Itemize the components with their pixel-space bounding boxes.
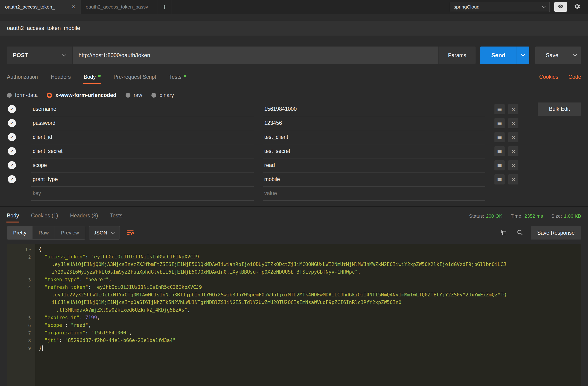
code-line: 2"access_token": "eyJhbGciOiJIUzI1NiIsIn… (7, 253, 581, 261)
tab-authorization[interactable]: Authorization (7, 74, 38, 84)
response-tab-tests[interactable]: Tests (110, 213, 122, 223)
param-enabled-checkbox[interactable]: ✓ (7, 175, 22, 183)
environment-name: springCloud (454, 4, 480, 10)
kv-row: keyvalue (7, 186, 529, 200)
tab-pre-request-script[interactable]: Pre-request Script (114, 74, 156, 84)
drag-handle-icon[interactable]: ≡ (494, 132, 504, 142)
mode-form-data[interactable]: form-data (7, 92, 38, 98)
mode-x-www-form-urlencoded[interactable]: x-www-form-urlencoded (47, 92, 116, 98)
param-key-input[interactable]: username (31, 102, 254, 116)
format-select[interactable]: JSON (89, 226, 120, 240)
row-icons: ≡× (494, 118, 529, 128)
bulk-edit-wrap: Bulk Edit (529, 102, 581, 116)
url-input[interactable]: http://host1:8000/oauth/token (73, 46, 439, 64)
save-options-button[interactable] (569, 46, 581, 64)
drag-handle-icon[interactable]: ≡ (494, 160, 504, 170)
code-link[interactable]: Code (568, 74, 581, 80)
param-key-input[interactable]: scope (31, 158, 254, 173)
param-value-input[interactable]: read (263, 158, 485, 173)
param-value-input[interactable]: value (263, 186, 485, 201)
response-tab-headers[interactable]: Headers (8) (70, 213, 98, 223)
new-tab-button[interactable]: + (158, 0, 171, 14)
param-value-input[interactable]: test_client (263, 130, 485, 144)
radio-icon (126, 93, 130, 98)
line-number: 2 (7, 254, 35, 260)
environment-preview-button[interactable] (554, 2, 567, 12)
drag-handle-icon[interactable]: ≡ (494, 174, 504, 184)
delete-row-icon[interactable]: × (508, 104, 518, 114)
row-icons: ≡× (494, 146, 529, 156)
param-enabled-checkbox[interactable]: ✓ (7, 147, 22, 155)
request-tab-active[interactable]: oauth2_access_token_ × (0, 0, 81, 14)
line-number: 1▾ (7, 247, 35, 252)
code-line: .eyJleHAiOjE1NjQ0MjA3MjcsInVzZXJfbmFtZSI… (7, 261, 581, 268)
tab-label: oauth2_access_token_ (5, 4, 55, 10)
delete-row-icon[interactable]: × (508, 160, 518, 170)
check-icon: ✓ (10, 177, 14, 182)
mode-raw[interactable]: raw (126, 92, 142, 98)
method-select[interactable]: POST (7, 46, 73, 64)
param-key-input[interactable]: grant_type (31, 172, 254, 186)
param-enabled-checkbox[interactable]: ✓ (7, 161, 22, 169)
line-number: 9 (7, 346, 35, 351)
response-panel: Body Cookies (1) Headers (8) Tests Statu… (0, 206, 588, 386)
code-content: } (35, 344, 43, 352)
param-enabled-checkbox[interactable]: ✓ (7, 105, 22, 113)
param-key-input[interactable]: client_secret (31, 144, 254, 159)
params-button[interactable]: Params (439, 46, 476, 64)
response-body-viewer[interactable]: 1▾{2"access_token": "eyJhbGciOiJIUzI1NiI… (7, 244, 581, 386)
checkbox-circle: ✓ (8, 175, 16, 183)
drag-handle-icon[interactable]: ≡ (494, 146, 504, 156)
param-enabled-checkbox[interactable]: ✓ (7, 119, 22, 127)
check-icon: ✓ (10, 121, 14, 126)
request-tab-inactive[interactable]: oauth2_access_token_passv (81, 0, 158, 14)
tab-body[interactable]: Body (84, 74, 101, 84)
cookies-link[interactable]: Cookies (539, 74, 558, 80)
param-key-input[interactable]: password (31, 116, 254, 130)
save-button[interactable]: Save (535, 46, 569, 64)
response-tabs: Body Cookies (1) Headers (8) Tests Statu… (7, 208, 581, 223)
delete-row-icon[interactable]: × (508, 146, 518, 156)
param-enabled-checkbox[interactable]: ✓ (7, 133, 22, 141)
tab-headers[interactable]: Headers (51, 74, 71, 84)
search-icon (516, 229, 523, 237)
postman-window: oauth2_access_token_ × oauth2_access_tok… (0, 0, 588, 386)
fold-toggle-icon[interactable]: ▾ (29, 248, 31, 251)
wrap-lines-button[interactable] (124, 226, 137, 239)
search-button[interactable] (515, 228, 525, 238)
radio-icon (7, 93, 12, 98)
param-key-input[interactable]: key (31, 186, 254, 201)
save-response-button[interactable]: Save Response (531, 226, 581, 240)
url-row: POST http://host1:8000/oauth/token Param… (7, 46, 581, 64)
send-options-button[interactable] (517, 46, 529, 64)
view-mode-raw[interactable]: Raw (32, 226, 55, 239)
param-value-input[interactable]: 123456 (263, 116, 485, 130)
environment-select[interactable]: springCloud (450, 2, 550, 12)
delete-row-icon[interactable]: × (508, 174, 518, 184)
request-name: oauth2_access_token_mobile (7, 25, 80, 31)
response-tab-cookies[interactable]: Cookies (1) (31, 213, 58, 223)
param-value-input[interactable]: mobile (263, 172, 485, 186)
kv-row: ✓username15619841000≡× (7, 102, 529, 116)
code-content: .eyJleHAiOjE1NjQ0MjA3MjcsInVzZXJfbmFtZSI… (35, 261, 506, 268)
kv-row: ✓scoperead≡× (7, 158, 529, 172)
drag-handle-icon[interactable]: ≡ (494, 104, 504, 114)
mode-binary[interactable]: binary (151, 92, 174, 98)
view-mode-preview[interactable]: Preview (55, 226, 85, 239)
copy-button[interactable] (499, 228, 509, 238)
send-button[interactable]: Send (480, 46, 517, 64)
response-tab-body[interactable]: Body (7, 213, 19, 223)
bulk-edit-button[interactable]: Bulk Edit (538, 102, 581, 116)
param-key-input[interactable]: client_id (31, 130, 254, 144)
param-value-input[interactable]: test_secret (263, 144, 485, 159)
close-icon[interactable]: × (67, 4, 75, 10)
kv-row: ✓grant_typemobile≡× (7, 172, 529, 186)
drag-handle-icon[interactable]: ≡ (494, 118, 504, 128)
settings-button[interactable] (571, 1, 583, 12)
view-mode-pretty[interactable]: Pretty (7, 226, 32, 239)
delete-row-icon[interactable]: × (508, 118, 518, 128)
row-icons: ≡× (494, 104, 529, 114)
tab-tests[interactable]: Tests (169, 74, 186, 84)
delete-row-icon[interactable]: × (508, 132, 518, 142)
param-value-input[interactable]: 15619841000 (263, 102, 485, 116)
